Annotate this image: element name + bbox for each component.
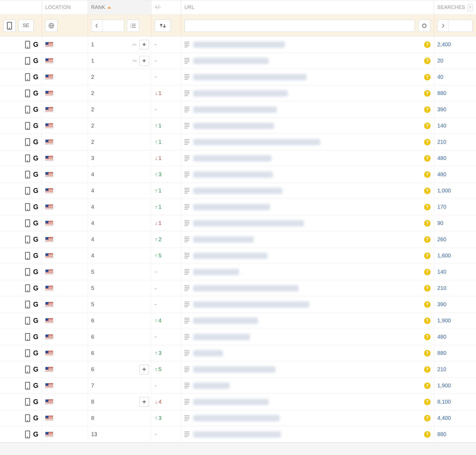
url-text[interactable] [193, 382, 230, 389]
search-volume[interactable]: 480 [437, 171, 446, 178]
info-icon[interactable]: ? [424, 366, 431, 373]
rank-input[interactable] [102, 20, 124, 32]
url-text[interactable] [193, 204, 270, 210]
url-text[interactable] [193, 317, 258, 324]
search-volume[interactable]: 140 [437, 123, 446, 129]
search-volume[interactable]: 1,600 [437, 253, 451, 259]
info-icon[interactable]: ? [424, 204, 431, 210]
search-volume[interactable]: 2,400 [437, 41, 451, 48]
serp-icon[interactable] [184, 253, 189, 258]
url-text[interactable] [193, 41, 285, 48]
serp-icon[interactable] [184, 302, 189, 307]
url-text[interactable] [193, 171, 273, 178]
info-icon[interactable]: ? [424, 350, 431, 356]
serp-icon[interactable] [184, 90, 189, 96]
url-text[interactable] [193, 74, 307, 80]
url-search-button[interactable] [418, 19, 431, 32]
table-row[interactable]: G4↑2?260 [0, 231, 476, 248]
url-text[interactable] [193, 139, 320, 145]
serp-icon[interactable] [184, 415, 189, 421]
search-volume[interactable]: 170 [437, 204, 446, 210]
chevron-right-icon[interactable] [438, 20, 448, 32]
serp-icon[interactable] [184, 204, 189, 210]
table-row[interactable]: G4↓1?90 [0, 215, 476, 231]
search-volume[interactable]: 260 [437, 236, 446, 243]
rank-list-button[interactable] [127, 19, 139, 32]
url-filter-input[interactable] [184, 19, 415, 32]
table-row[interactable]: G4↑5?1,600 [0, 248, 476, 264]
search-volume[interactable]: 210 [437, 285, 446, 291]
url-text[interactable] [193, 188, 282, 194]
info-icon[interactable]: ? [424, 155, 431, 162]
serp-icon[interactable] [184, 172, 189, 177]
info-icon[interactable]: ? [424, 90, 431, 97]
info-icon[interactable]: ? [424, 399, 431, 405]
scissors-icon[interactable]: ✂ [133, 58, 137, 64]
table-row[interactable]: G8+↓4?8,100 [0, 394, 476, 410]
table-row[interactable]: G3↓1?480 [0, 150, 476, 166]
info-icon[interactable]: ? [424, 415, 431, 421]
url-text[interactable] [193, 220, 304, 227]
info-icon[interactable]: ? [424, 74, 431, 80]
url-text[interactable] [193, 301, 309, 308]
info-icon[interactable]: ? [424, 382, 431, 389]
col-header-url[interactable]: URL [181, 0, 434, 15]
scissors-icon[interactable]: ✂ [133, 41, 137, 48]
search-volume[interactable]: 1,900 [437, 317, 451, 324]
info-icon[interactable]: ? [424, 285, 431, 292]
info-icon[interactable]: ? [424, 269, 431, 275]
info-icon[interactable]: ? [424, 58, 431, 64]
table-row[interactable]: G2↑1?140 [0, 118, 476, 134]
url-text[interactable] [193, 90, 288, 97]
info-icon[interactable]: ? [424, 41, 431, 48]
info-icon[interactable]: ? [424, 317, 431, 324]
search-volume[interactable]: 390 [437, 301, 446, 307]
rank-filter-input[interactable] [91, 19, 124, 32]
col-header-location[interactable]: LOCATION [42, 0, 88, 15]
add-button[interactable]: + [139, 56, 149, 66]
serp-icon[interactable] [184, 74, 189, 80]
info-icon[interactable]: ? [424, 188, 431, 194]
table-row[interactable]: G8↑3?4,400 [0, 410, 476, 426]
serp-icon[interactable] [184, 139, 189, 145]
serp-icon[interactable] [184, 366, 189, 372]
serp-icon[interactable] [184, 285, 189, 291]
search-engine-filter-button[interactable]: SE [18, 19, 34, 32]
url-text[interactable] [193, 431, 281, 438]
url-text[interactable] [193, 253, 267, 259]
table-row[interactable]: G2-?40 [0, 69, 476, 85]
search-volume[interactable]: 880 [437, 431, 446, 437]
add-button[interactable]: + [139, 397, 149, 407]
table-row[interactable]: G5-?390 [0, 296, 476, 313]
location-filter-button[interactable] [45, 19, 58, 32]
col-header-change[interactable]: +/- [151, 0, 181, 15]
serp-icon[interactable] [184, 431, 189, 437]
col-header-rank[interactable]: RANK [88, 0, 151, 15]
add-button[interactable]: + [139, 40, 149, 50]
table-row[interactable]: G2↓1?880 [0, 85, 476, 102]
help-icon[interactable]: ? [467, 4, 473, 11]
serp-icon[interactable] [184, 383, 189, 388]
serp-icon[interactable] [184, 107, 189, 112]
search-volume[interactable]: 880 [437, 90, 446, 96]
search-volume[interactable]: 480 [437, 155, 446, 161]
search-volume[interactable]: 1,900 [437, 382, 451, 389]
info-icon[interactable]: ? [424, 171, 431, 178]
search-volume[interactable]: 4,400 [437, 415, 451, 421]
serp-icon[interactable] [184, 220, 189, 226]
url-text[interactable] [193, 106, 277, 113]
table-row[interactable]: G2↑1?210 [0, 134, 476, 150]
table-row[interactable]: G5-?140 [0, 264, 476, 280]
table-row[interactable]: G6+↑5?210 [0, 361, 476, 378]
url-text[interactable] [193, 285, 299, 292]
table-row[interactable]: G2-?390 [0, 102, 476, 118]
device-filter-button[interactable] [3, 19, 16, 32]
url-text[interactable] [193, 58, 269, 64]
table-row[interactable]: G1✂+-?20 [0, 53, 476, 69]
info-icon[interactable]: ? [424, 236, 431, 243]
serp-icon[interactable] [184, 318, 189, 323]
search-volume[interactable]: 20 [437, 58, 443, 64]
search-volume[interactable]: 40 [437, 74, 443, 80]
info-icon[interactable]: ? [424, 106, 431, 113]
serp-icon[interactable] [184, 334, 189, 340]
